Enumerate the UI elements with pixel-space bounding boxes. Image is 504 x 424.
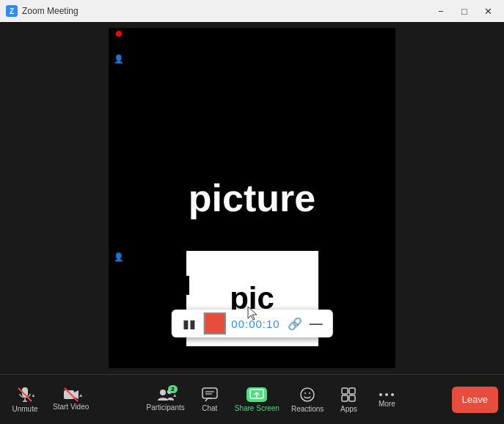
apps-icon xyxy=(340,387,357,403)
svg-point-12 xyxy=(309,392,310,394)
toolbar: ▲ Unmute ▲ Start Video xyxy=(0,374,504,424)
svg-point-18 xyxy=(385,393,388,396)
playback-bar: ▮▮ 00:00:10 🔗 — xyxy=(171,310,332,337)
share-screen-label: Share Screen xyxy=(235,404,280,412)
svg-rect-0 xyxy=(22,387,28,397)
svg-point-10 xyxy=(301,388,314,401)
close-button[interactable]: ✕ xyxy=(478,3,498,19)
video-caret: ▲ xyxy=(78,392,84,397)
more-label: More xyxy=(379,400,395,408)
reactions-button[interactable]: Reactions xyxy=(285,378,329,422)
recording-timer: 00:00:10 xyxy=(231,318,280,330)
start-video-label: Start Video xyxy=(53,403,89,411)
share-screen-icon xyxy=(246,387,267,402)
share-screen-button[interactable]: Share Screen xyxy=(229,378,285,422)
apps-label: Apps xyxy=(340,405,357,413)
video-caption: picture xyxy=(189,176,315,220)
svg-point-4 xyxy=(160,390,166,395)
svg-point-17 xyxy=(379,393,382,396)
toolbar-left: ▲ Unmute ▲ Start Video xyxy=(6,378,95,422)
pause-icon: ▮▮ xyxy=(183,317,196,331)
chat-icon xyxy=(202,387,218,402)
toolbar-center: 2 ▲ Participants Chat xyxy=(95,378,451,422)
stop-icon xyxy=(210,319,219,328)
svg-rect-13 xyxy=(342,388,348,394)
app-icon: Z xyxy=(6,5,18,17)
participants-button[interactable]: 2 ▲ Participants xyxy=(141,378,191,422)
participant-icon-1: 👤 xyxy=(114,51,123,60)
toolbar-right: Leave xyxy=(452,387,498,413)
title-bar-controls: − □ ✕ xyxy=(431,3,498,19)
chat-label: Chat xyxy=(202,404,217,412)
svg-rect-14 xyxy=(349,388,355,394)
start-video-button[interactable]: ▲ Start Video xyxy=(47,378,95,422)
pause-button[interactable]: ▮▮ xyxy=(181,315,197,332)
meeting-area: View picture pic 👤 👤 ▮▮ 00:00:10 xyxy=(0,22,504,374)
svg-point-11 xyxy=(304,392,306,394)
window-title: Zoom Meeting xyxy=(22,6,78,16)
minimize-bar-icon[interactable]: — xyxy=(310,316,323,332)
more-icon xyxy=(379,392,395,398)
unmute-label: Unmute xyxy=(12,405,37,413)
svg-point-19 xyxy=(391,393,394,396)
leave-button[interactable]: Leave xyxy=(452,387,498,413)
recording-indicator xyxy=(116,31,122,37)
svg-rect-16 xyxy=(349,395,355,401)
minimize-button[interactable]: − xyxy=(431,3,451,19)
svg-rect-6 xyxy=(202,388,217,398)
reactions-icon xyxy=(299,387,315,403)
reactions-label: Reactions xyxy=(291,405,324,413)
apps-button[interactable]: Apps xyxy=(329,378,368,422)
title-bar: Z Zoom Meeting − □ ✕ xyxy=(0,0,504,22)
participants-caret: ▲ xyxy=(172,392,178,397)
title-bar-left: Z Zoom Meeting xyxy=(6,5,78,17)
participants-icon: 2 ▲ xyxy=(157,388,175,401)
svg-rect-15 xyxy=(342,395,348,401)
chat-button[interactable]: Chat xyxy=(191,378,229,422)
maximize-button[interactable]: □ xyxy=(454,3,475,19)
camera-icon: ▲ xyxy=(63,389,79,401)
svg-rect-3 xyxy=(64,390,74,399)
link-icon[interactable]: 🔗 xyxy=(288,317,302,331)
microphone-icon: ▲ xyxy=(18,387,32,403)
more-button[interactable]: More xyxy=(368,378,406,422)
participants-label: Participants xyxy=(147,403,185,412)
participant-icon-2: 👤 xyxy=(114,249,123,258)
unmute-button[interactable]: ▲ Unmute xyxy=(6,378,44,422)
unmute-caret: ▲ xyxy=(31,392,36,397)
stop-button[interactable] xyxy=(205,314,224,333)
